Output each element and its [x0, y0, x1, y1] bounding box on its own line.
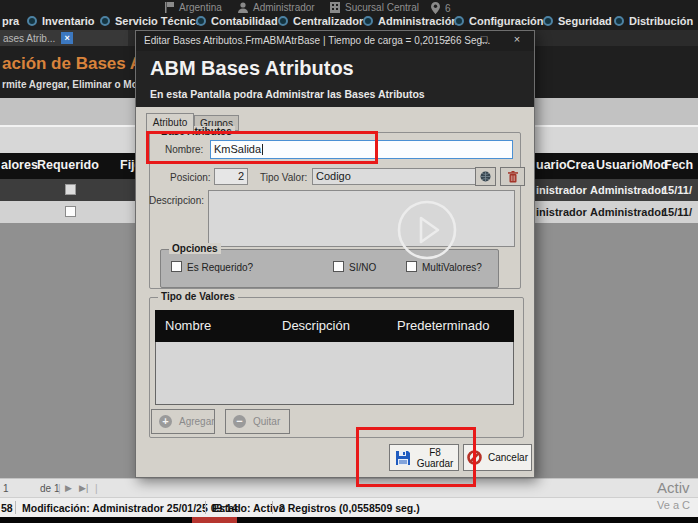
user-icon — [238, 2, 248, 13]
menu-circle-icon — [454, 16, 464, 26]
agregar-button[interactable]: + Agregar — [151, 409, 215, 434]
trash-icon — [508, 171, 518, 183]
context-country: Argentina — [165, 2, 222, 13]
sino-checkbox[interactable] — [333, 261, 344, 272]
menu-circle-icon — [543, 16, 553, 26]
status-estado: Estado: Activo — [212, 502, 285, 514]
menu-circle-icon — [196, 16, 206, 26]
column-header-usuariocrea[interactable]: uarioCrea — [536, 158, 594, 172]
menu-circle-icon — [100, 16, 110, 26]
clear-button[interactable] — [500, 167, 525, 186]
menu-item-distribucion[interactable]: Distribución — [614, 15, 693, 27]
last-record-icon[interactable]: ▶| — [79, 483, 88, 493]
status-divider — [15, 501, 16, 514]
annotation-rect-guardar — [356, 427, 476, 487]
menu-label: Servicio Técnico — [115, 15, 202, 27]
menu-item-compra[interactable]: pra — [2, 15, 19, 27]
tab-label: ases Atrib... — [3, 33, 55, 44]
minimize-icon[interactable]: – — [436, 33, 458, 49]
column-header-valores[interactable]: alores — [1, 158, 38, 172]
menu-label: Configuración — [469, 15, 544, 27]
taskbar-strip — [0, 517, 698, 523]
background-page-subtitle: rmite Agregar, Eliminar o Modi — [2, 79, 147, 90]
abm-bases-atributos-dialog: Editar Bases Atributos.FrmABMAtrBase | T… — [135, 30, 535, 478]
menu-label: Administración — [378, 15, 458, 27]
descripcion-textarea[interactable] — [208, 190, 515, 247]
menu-item-centralizador[interactable]: Centralizador — [278, 15, 363, 27]
menu-circle-icon — [278, 16, 288, 26]
dialog-titlebar[interactable]: Editar Bases Atributos.FrmABMAtrBase | T… — [136, 31, 534, 51]
tipo-valor-input[interactable]: Codigo — [312, 168, 482, 185]
posicion-input[interactable]: 2 — [214, 168, 248, 185]
values-column-nombre[interactable]: Nombre — [165, 318, 211, 333]
cell-fecha: 15/11/ — [662, 184, 692, 196]
context-user: Administrador — [238, 2, 315, 13]
agregar-label: Agregar — [179, 416, 215, 427]
requerido-checkbox[interactable] — [65, 184, 76, 195]
menu-item-configuracion[interactable]: Configuración — [454, 15, 544, 27]
descripcion-label: Descripcion: — [149, 195, 204, 206]
cell-usuariomod: Administrador — [590, 184, 665, 196]
lookup-button[interactable] — [475, 167, 496, 186]
dialog-subtitle: En esta Pantalla podra Administrar las B… — [150, 88, 425, 100]
status-left-fragment: 58 — [1, 502, 13, 514]
groupbox-tipo-de-valores-label: Tipo de Valores — [158, 291, 238, 302]
record-of-total: de 1 — [40, 483, 59, 494]
quitar-button[interactable]: − Quitar — [225, 409, 290, 434]
taskbar-highlight — [192, 517, 237, 523]
groupbox-opciones-label: Opciones — [169, 243, 221, 254]
sino-label: SI/NO — [349, 262, 376, 273]
menu-item-servicio-tecnico[interactable]: Servicio Técnico — [100, 15, 202, 27]
posicion-label: Posicion: — [170, 172, 211, 183]
column-header-fecha[interactable]: Fech — [664, 158, 693, 172]
cell-usuariocrea: inistrador — [536, 206, 587, 218]
quitar-label: Quitar — [253, 416, 280, 427]
maximize-icon[interactable]: □ — [473, 33, 495, 49]
menu-item-contabilidad[interactable]: Contabilidad — [196, 15, 278, 27]
tipo-valor-label: Tipo Valor: — [260, 172, 307, 183]
next-record-icon[interactable]: ▶ — [65, 483, 72, 493]
dialog-title: ABM Bases Atributos — [150, 57, 354, 80]
menu-label: Inventario — [42, 15, 95, 27]
menu-label: Centralizador — [293, 15, 363, 27]
dialog-header: ABM Bases Atributos En esta Pantalla pod… — [136, 51, 534, 107]
close-icon[interactable]: × — [506, 33, 528, 49]
context-user-label: Administrador — [253, 2, 315, 13]
menu-circle-icon — [363, 16, 373, 26]
multivalores-checkbox[interactable] — [406, 261, 417, 272]
video-play-button[interactable] — [395, 198, 459, 262]
context-location: 6 — [431, 2, 451, 14]
tab-atributo[interactable]: Atributo — [146, 113, 194, 131]
tab-bases-atributos[interactable]: ases Atrib... × — [0, 30, 128, 46]
column-header-requerido[interactable]: Requerido — [37, 158, 99, 172]
context-branch: Sucursal Central — [330, 2, 419, 13]
values-table-body[interactable] — [155, 342, 514, 405]
globe-icon — [480, 171, 491, 182]
status-divider — [272, 501, 273, 514]
background-page-title: ación de Bases Atr — [2, 54, 154, 74]
multivalores-label: MultiValores? — [422, 262, 482, 273]
status-registros: 2 Registros (0,0558509 seg.) — [279, 502, 420, 514]
context-country-label: Argentina — [179, 2, 222, 13]
es-requerido-checkbox[interactable] — [171, 261, 182, 272]
context-branch-label: Sucursal Central — [345, 2, 419, 13]
windows-activation-watermark: Activ — [657, 479, 690, 496]
menu-item-administracion[interactable]: Administración — [363, 15, 458, 27]
values-column-descripcion[interactable]: Descripción — [282, 318, 350, 333]
pager-divider: | — [58, 483, 61, 494]
tab-close-icon[interactable]: × — [61, 32, 73, 44]
menu-item-seguridad[interactable]: Seguridad — [543, 15, 612, 27]
menu-circle-icon — [27, 16, 37, 26]
pager-divider: | — [95, 483, 98, 494]
cell-usuariomod: Administrador — [590, 206, 665, 218]
cell-usuariocrea: inistrador — [536, 184, 587, 196]
menu-label: Distribución — [629, 15, 693, 27]
building-icon — [330, 2, 340, 13]
requerido-checkbox[interactable] — [65, 206, 76, 217]
top-bar: Argentina Administrador Sucursal Central… — [0, 0, 698, 30]
column-header-usuariomod[interactable]: UsuarioMod — [596, 158, 668, 172]
pin-icon — [431, 2, 440, 14]
values-column-predeterminado[interactable]: Predeterminado — [397, 318, 490, 333]
record-current: 1 — [3, 483, 9, 494]
menu-item-inventario[interactable]: Inventario — [27, 15, 95, 27]
